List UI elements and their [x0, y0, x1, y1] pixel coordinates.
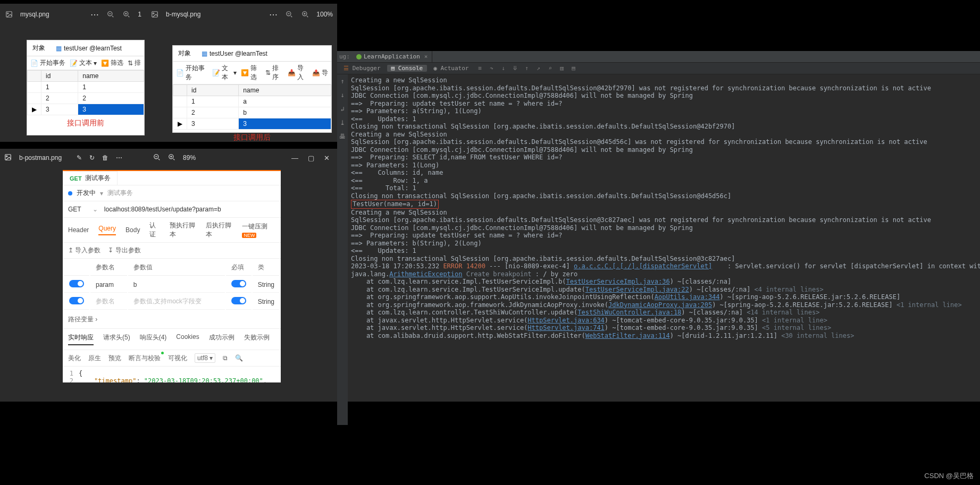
resp-resphdr[interactable]: 响应头(4): [140, 333, 167, 345]
cursor-icon[interactable]: ↗: [533, 65, 543, 72]
tab-auth[interactable]: 认证: [149, 221, 160, 239]
print-icon[interactable]: 🖶: [339, 133, 346, 140]
table-row[interactable]: 1a: [173, 96, 331, 107]
table-row[interactable]: 2b: [173, 107, 331, 118]
tab-objects[interactable]: 对象: [27, 40, 51, 56]
table-row[interactable]: ▶33: [173, 118, 331, 130]
run-config-tab[interactable]: LearnApplication×: [352, 51, 433, 62]
step-over-icon[interactable]: ↷: [487, 65, 496, 72]
more-icon[interactable]: ⋯: [269, 10, 278, 20]
import-button[interactable]: 📥 导入: [288, 64, 308, 82]
step-into-icon[interactable]: ↓: [498, 65, 508, 72]
response-body[interactable]: 1{2 "timestamp": "2023-03-18T09:20:53.23…: [63, 367, 281, 382]
text-button[interactable]: 📝 文本 ▾: [212, 64, 237, 82]
zoom-out-icon[interactable]: [153, 154, 161, 163]
import-params[interactable]: ↥ 导入参数: [68, 246, 100, 255]
param-row[interactable]: 参数名 参数值,支持mock字段变 String: [64, 294, 280, 310]
param-row[interactable]: param b String: [64, 277, 280, 293]
zoom-level: 89%: [183, 154, 196, 161]
zoom-in-icon[interactable]: [168, 154, 175, 163]
db-panel-before: 对象 ▦testUser @learnTest 📄 开始事务 📝 文本 ▾ 🔽 …: [27, 40, 145, 135]
path-variables[interactable]: 路径变量 ›: [63, 311, 281, 329]
table-row[interactable]: ▶33: [28, 104, 144, 115]
menu-icon[interactable]: ≡: [475, 65, 484, 72]
mode-preview[interactable]: 预览: [108, 354, 121, 363]
filter-button[interactable]: 🔽 筛选: [101, 58, 123, 67]
tab-header[interactable]: Header: [68, 226, 89, 234]
params-table: 参数名 参数值 必填 类 param b String 参数名 参数值,支持mo…: [63, 259, 281, 311]
table-row[interactable]: 11: [28, 82, 144, 93]
encoding-select[interactable]: utf8 ▾: [195, 353, 215, 363]
edit-icon[interactable]: ✎: [77, 154, 82, 161]
col-name[interactable]: name: [239, 85, 331, 96]
minimize-icon[interactable]: —: [291, 154, 298, 162]
step-out-icon[interactable]: ↑: [522, 65, 531, 72]
begin-tx-button[interactable]: 📄 开始事务: [30, 58, 65, 67]
export-button[interactable]: 📤 导: [312, 69, 328, 78]
col-id[interactable]: id: [187, 85, 239, 96]
text-button[interactable]: 📝 文本 ▾: [70, 58, 97, 67]
evaluate-icon[interactable]: ⌕: [545, 65, 555, 72]
toggle[interactable]: [69, 297, 84, 304]
delete-icon[interactable]: 🗑: [102, 154, 108, 161]
prefix: ug:: [337, 53, 352, 60]
method-select[interactable]: GET ⌄: [68, 206, 98, 213]
filter-button[interactable]: 🔽 筛选: [241, 64, 261, 82]
filename: b-mysql.png: [166, 11, 200, 18]
close-icon[interactable]: ✕: [324, 154, 330, 162]
tab-testuser[interactable]: ▦testUser @learnTest: [51, 40, 127, 56]
mode-diff[interactable]: 断言与校验: [129, 354, 161, 363]
mode-beautify[interactable]: 美化: [68, 354, 81, 363]
toggle[interactable]: [231, 280, 246, 287]
resp-cookies[interactable]: Cookies: [176, 333, 199, 345]
tab-postscript[interactable]: 后执行脚本: [206, 221, 232, 239]
sort-button[interactable]: ⇅ 排: [128, 58, 141, 67]
resp-fail[interactable]: 失败示例: [244, 333, 270, 345]
scroll-icon[interactable]: ⤓: [340, 119, 345, 126]
svg-point-1: [7, 13, 9, 14]
layout-icon[interactable]: ▥: [557, 65, 566, 72]
up-icon[interactable]: ↑: [340, 78, 344, 85]
col-name[interactable]: name: [78, 71, 144, 82]
zoom-in-icon[interactable]: [122, 10, 131, 19]
tab-console[interactable]: ▤ Console: [387, 65, 428, 72]
begin-tx-button[interactable]: 📄 开始事务: [176, 64, 208, 82]
toggle[interactable]: [69, 280, 84, 287]
tab-stress[interactable]: 一键压测NEW: [242, 222, 275, 239]
console-output[interactable]: Creating a new SqlSessionSqlSession [org…: [337, 74, 980, 342]
refresh-icon[interactable]: ↻: [89, 154, 95, 161]
table-row[interactable]: 22: [28, 93, 144, 104]
tab-testuser[interactable]: ▦testUser @learnTest: [196, 46, 273, 61]
zoom-out-icon[interactable]: [284, 10, 294, 19]
copy-icon[interactable]: ⧉: [223, 354, 228, 362]
resp-live[interactable]: 实时响应: [68, 333, 94, 345]
down-icon[interactable]: ↓: [340, 91, 344, 99]
tab-body[interactable]: Body: [125, 226, 140, 234]
url-input[interactable]: localhost:8089/testUser/update?param=b: [104, 206, 221, 213]
mode-vis[interactable]: 可视化: [168, 354, 187, 363]
request-tab[interactable]: GET测试事务: [63, 171, 118, 185]
more-icon[interactable]: ⋯: [116, 154, 122, 161]
tab-debugger[interactable]: ☰ Debugger: [339, 65, 385, 72]
image-icon: [150, 10, 160, 19]
layout2-icon[interactable]: ▤: [568, 65, 578, 72]
sort-button[interactable]: ⇅ 排序: [265, 64, 283, 82]
col-id[interactable]: id: [41, 71, 78, 82]
search-icon[interactable]: 🔍: [235, 354, 243, 362]
env-row[interactable]: 开发中▾ 测试事务: [63, 185, 281, 201]
more-icon[interactable]: ⋯: [90, 10, 99, 20]
maximize-icon[interactable]: ▢: [308, 154, 314, 162]
mode-raw[interactable]: 原生: [88, 354, 101, 363]
toggle[interactable]: [231, 297, 246, 304]
tab-objects[interactable]: 对象: [173, 46, 196, 61]
wrap-icon[interactable]: ↲: [340, 105, 344, 113]
resp-reqhdr[interactable]: 请求头(5): [103, 333, 130, 345]
tab-actuator[interactable]: ◉ Actuator: [429, 65, 473, 72]
step-into-force-icon[interactable]: ⤋: [510, 65, 520, 72]
tab-prescript[interactable]: 预执行脚本: [170, 221, 196, 239]
tab-query[interactable]: Query: [98, 225, 116, 235]
export-params[interactable]: ↧ 导出参数: [108, 246, 140, 255]
zoom-in-icon[interactable]: [300, 10, 310, 19]
zoom-out-icon[interactable]: [106, 10, 115, 19]
resp-success[interactable]: 成功示例: [209, 333, 234, 345]
